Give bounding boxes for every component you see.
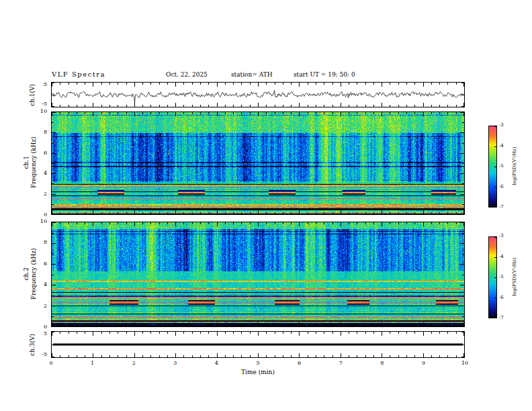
- colorbar-2-tick-label: -3: [499, 234, 510, 238]
- x-tick-label: 2: [127, 361, 140, 366]
- spec2-y-tick-label: 6: [35, 261, 47, 267]
- ch3-waveform-canvas: [52, 332, 464, 357]
- ch1-spectrogram-panel: [51, 111, 465, 215]
- ch1-waveform-panel: [51, 82, 465, 107]
- x-tick-label: 1: [86, 361, 99, 366]
- colorbar-1-tick-label: -4: [499, 144, 510, 148]
- wave1-y-tick-label: 5: [35, 82, 47, 87]
- colorbar-1-tick-label: -6: [499, 185, 510, 189]
- x-tick-label: 10: [458, 361, 472, 366]
- wave3-y-tick-label: -5: [35, 352, 47, 357]
- colorbar-1-tick-label: -3: [499, 123, 510, 128]
- station-label: station= ATH: [231, 71, 273, 78]
- spec1-y-tick-label: 8: [35, 130, 47, 135]
- x-tick-label: 8: [375, 361, 389, 366]
- ch1-waveform-canvas: [52, 83, 464, 107]
- ch2-spec-ylabel-channel: ch.2: [23, 230, 30, 318]
- wave1-y-tick-label: -5: [35, 101, 47, 107]
- spec1-y-tick-label: 0: [35, 212, 47, 218]
- start-ut-label: start UT = 19: 50: 0: [294, 71, 355, 78]
- ch3-waveform-panel: [51, 331, 465, 358]
- x-tick-label: 5: [251, 361, 265, 366]
- x-axis-title: Time (min): [51, 369, 465, 375]
- colorbar-2-tick-label: -6: [499, 295, 510, 300]
- x-tick-label: 4: [210, 361, 223, 366]
- chart-title: VLF Spectra: [52, 71, 105, 78]
- date-label: Oct. 22, 2025: [166, 71, 208, 78]
- colorbar-1-tick-label: -7: [499, 205, 510, 210]
- x-tick-label: 3: [169, 361, 182, 366]
- wave3-y-tick-label: 5: [35, 331, 47, 336]
- vlf-spectra-figure: VLF Spectra Oct. 22, 2025 station= ATH s…: [0, 0, 532, 411]
- x-tick-label: 7: [334, 361, 347, 366]
- ch1-spec-ylabel-channel: ch.1: [23, 119, 30, 206]
- colorbar-2-canvas: [489, 237, 496, 318]
- ch2-spectrogram-canvas: [52, 222, 464, 326]
- colorbar-1-canvas: [489, 126, 496, 207]
- colorbar-1-label: log(PSD)(V²/Hz): [512, 136, 517, 196]
- spec2-y-tick-label: 0: [35, 324, 47, 330]
- colorbar-1: [488, 126, 497, 208]
- ch1-spectrogram-canvas: [52, 112, 464, 214]
- x-tick-label: 0: [44, 361, 58, 366]
- colorbar-2-tick-label: -4: [499, 255, 510, 259]
- ch2-spectrogram-panel: [51, 222, 465, 327]
- spec2-y-tick-label: 8: [35, 240, 47, 245]
- x-tick-label: 6: [293, 361, 306, 366]
- colorbar-2-label: log(PSD)(V²/Hz): [512, 246, 517, 307]
- spec2-y-tick-label: 4: [35, 282, 47, 287]
- spec1-y-tick-label: 2: [35, 191, 47, 197]
- spec1-y-tick-label: 4: [35, 171, 47, 176]
- spec1-y-tick-label: 6: [35, 150, 47, 156]
- colorbar-2-tick-label: -5: [499, 275, 510, 279]
- colorbar-2-tick-label: -7: [499, 316, 510, 320]
- colorbar-1-tick-label: -5: [499, 164, 510, 169]
- spec2-y-tick-label: 10: [35, 219, 47, 224]
- x-tick-label: 9: [416, 361, 430, 366]
- spec2-y-tick-label: 2: [35, 304, 47, 309]
- spec1-y-tick-label: 10: [35, 109, 47, 114]
- colorbar-2: [488, 236, 497, 318]
